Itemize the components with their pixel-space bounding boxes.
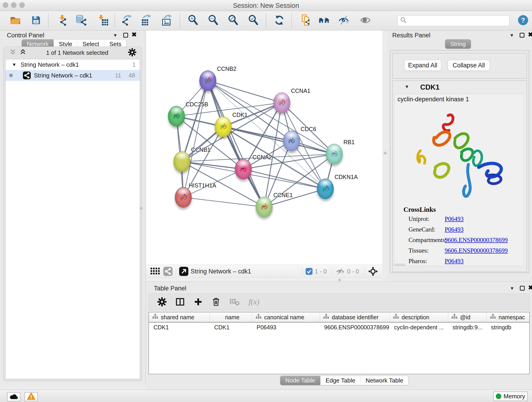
- cloud-status-button[interactable]: [7, 392, 20, 401]
- right-splitter-handle-icon[interactable]: [384, 152, 386, 154]
- close-panel-icon[interactable]: ✖: [528, 32, 532, 37]
- delete-column-icon[interactable]: [211, 297, 221, 307]
- save-session-button[interactable]: [30, 15, 42, 26]
- crosslink-link[interactable]: P06493: [445, 258, 464, 265]
- export-table-button[interactable]: [140, 15, 152, 26]
- column-header--id[interactable]: @id: [448, 313, 486, 322]
- table-cell[interactable]: CDK1: [149, 322, 210, 332]
- delete-table-icon[interactable]: [229, 298, 240, 306]
- table-options-gear-icon[interactable]: [157, 297, 167, 306]
- network-node[interactable]: [175, 187, 192, 208]
- network-node[interactable]: [199, 70, 216, 91]
- column-header-description[interactable]: description: [389, 313, 448, 322]
- hide-unhide-button[interactable]: [338, 15, 350, 26]
- expand-all-networks-icon[interactable]: [19, 49, 26, 56]
- refresh-button[interactable]: [273, 15, 285, 26]
- zoom-out-button[interactable]: [208, 15, 219, 26]
- search-box[interactable]: [397, 15, 510, 26]
- show-columns-icon[interactable]: [175, 297, 185, 306]
- network-node[interactable]: [168, 106, 185, 127]
- column-header-namespac[interactable]: namespac: [486, 313, 529, 322]
- crosslink-link[interactable]: 9606.ENSP00000378699: [445, 236, 508, 244]
- open-session-button[interactable]: [10, 15, 21, 26]
- network-edge[interactable]: [243, 169, 325, 189]
- search-input[interactable]: [409, 17, 507, 24]
- import-table-button[interactable]: [97, 15, 109, 26]
- left-splitter-handle-icon[interactable]: [140, 207, 143, 210]
- collapse-panel-icon[interactable]: ▼: [113, 33, 118, 38]
- table-row[interactable]: CDK1CDK1P064939606.ENSP00000378699cyclin…: [149, 322, 529, 332]
- network-edge[interactable]: [208, 81, 282, 103]
- table-cell[interactable]: P06493: [252, 322, 320, 332]
- crosslink-link[interactable]: P06493: [445, 226, 464, 233]
- tree-expander-icon[interactable]: ▼: [12, 62, 17, 67]
- table-cell[interactable]: cyclin-dependent ...: [389, 322, 448, 332]
- selected-checkbox-icon[interactable]: [306, 268, 312, 275]
- warnings-button[interactable]: [25, 392, 38, 401]
- splitter-handle-icon[interactable]: [338, 279, 341, 281]
- column-header-database-identifier[interactable]: database identifier: [320, 313, 389, 322]
- network-node[interactable]: [326, 144, 343, 164]
- function-builder-button[interactable]: f(x): [249, 298, 259, 306]
- export-network-button[interactable]: [121, 15, 133, 26]
- network-collection-row[interactable]: ▼ String Network – cdk1 1: [6, 59, 140, 70]
- show-eye-button[interactable]: [360, 15, 371, 26]
- network-edge[interactable]: [208, 81, 264, 207]
- collapse-all-button[interactable]: Collapse All: [448, 60, 490, 71]
- network-node[interactable]: [235, 159, 252, 179]
- network-node[interactable]: [317, 179, 334, 199]
- column-header-canonical-name[interactable]: canonical name: [252, 313, 320, 322]
- crosslink-link[interactable]: 9606.ENSP00000378699: [445, 247, 508, 254]
- collapse-panel-icon[interactable]: ▼: [510, 286, 514, 291]
- tab-network-table[interactable]: Network Table: [360, 376, 408, 385]
- network-row[interactable]: String Network – cdk1 11 48: [6, 70, 140, 81]
- column-header-name[interactable]: name: [210, 313, 252, 322]
- close-panel-icon[interactable]: ✖: [528, 285, 532, 290]
- column-header-shared-name[interactable]: shared name: [149, 313, 210, 322]
- import-network-from-database-button[interactable]: [76, 15, 87, 26]
- close-panel-icon[interactable]: ✖: [132, 32, 137, 37]
- table-cell[interactable]: CDK1: [210, 322, 252, 332]
- table-cell[interactable]: 9606.ENSP00000378699: [320, 322, 389, 332]
- collapse-panel-icon[interactable]: ▼: [510, 33, 514, 38]
- export-image-button[interactable]: [161, 15, 172, 26]
- zoom-fit-button[interactable]: [228, 15, 239, 26]
- clone-network-button[interactable]: [300, 15, 312, 26]
- tab-string[interactable]: String: [445, 39, 471, 49]
- birds-eye-view-icon[interactable]: [151, 268, 160, 275]
- first-neighbors-button[interactable]: [318, 15, 330, 26]
- memory-button[interactable]: Memory: [493, 391, 528, 401]
- float-panel-icon[interactable]: [520, 286, 525, 291]
- zoom-selected-button[interactable]: [248, 15, 259, 26]
- float-panel-icon[interactable]: [123, 33, 128, 38]
- help-button[interactable]: ?: [517, 15, 529, 26]
- network-options-gear-icon[interactable]: [128, 48, 136, 57]
- network-node[interactable]: [173, 151, 190, 172]
- float-panel-icon[interactable]: [520, 33, 525, 38]
- network-edge[interactable]: [183, 197, 264, 207]
- network-node[interactable]: [256, 197, 273, 217]
- table-cell[interactable]: stringdb: [486, 322, 529, 332]
- network-edge[interactable]: [182, 162, 243, 169]
- vertical-scrollbar[interactable]: [523, 94, 526, 266]
- tab-node-table[interactable]: Node Table: [280, 376, 320, 385]
- network-type-icon[interactable]: [163, 267, 172, 276]
- expand-all-button[interactable]: Expand All: [404, 60, 441, 71]
- add-column-icon[interactable]: [194, 297, 203, 306]
- zoom-in-button[interactable]: [187, 15, 199, 26]
- network-node[interactable]: [283, 131, 300, 151]
- table-cell[interactable]: stringdb:9...: [448, 322, 486, 332]
- network-node[interactable]: [273, 92, 290, 113]
- open-in-new-window-icon[interactable]: [179, 267, 188, 276]
- hidden-eye-icon[interactable]: [336, 267, 345, 275]
- horizontal-splitter[interactable]: [146, 278, 382, 281]
- network-edge[interactable]: [223, 127, 334, 154]
- tab-edge-table[interactable]: Edge Table: [320, 376, 360, 385]
- network-canvas[interactable]: CCNB2CCNA1CDC25BCDK1CDC6RB1CCNB1CCNA2CDK…: [146, 31, 382, 265]
- collapse-all-networks-icon[interactable]: [9, 49, 16, 56]
- fit-content-crosshair-icon[interactable]: [368, 266, 378, 276]
- section-expander-icon[interactable]: ▼: [405, 84, 409, 89]
- crosslink-link[interactable]: P06493: [445, 216, 464, 223]
- network-edge[interactable]: [183, 81, 208, 197]
- import-network-button[interactable]: [57, 15, 68, 26]
